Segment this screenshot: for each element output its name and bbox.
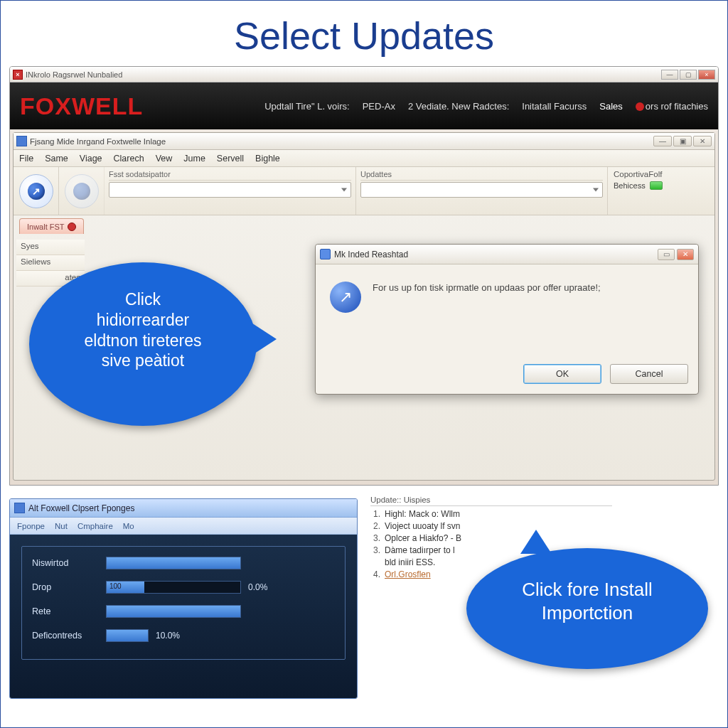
minimize-button[interactable]: — (661, 70, 678, 80)
cancel-button[interactable]: Cancel (610, 364, 688, 384)
callout-line: eldtnon tireteres (49, 331, 237, 351)
dialog-message: For us up fon tisk iprmatle on updaas po… (373, 282, 601, 294)
check-icon (68, 223, 76, 231)
callout-line: sive peàtiot (49, 350, 237, 371)
toolbar-dropdown-1[interactable] (109, 182, 351, 198)
progress-tab[interactable]: Mo (123, 522, 134, 530)
progress-titlebar: Alt Foxwell Clpsert Fponges (10, 499, 357, 518)
close-button[interactable]: ✕ (677, 249, 694, 260)
tab-item[interactable]: Inwalt FST (19, 218, 84, 234)
menu-item[interactable]: Vew (156, 154, 173, 164)
progress-tab[interactable]: Fponpe (17, 522, 45, 530)
progress-row: Rete (32, 605, 335, 618)
progress-row-label: Niswirtod (32, 558, 106, 568)
menu-item[interactable]: Jume (183, 154, 205, 164)
inner-window-titlebar: Fjsang Mide Inrgand Foxtwelle Inlage — ▣… (14, 133, 714, 150)
maximize-button[interactable]: ▢ (680, 70, 697, 80)
menu-file[interactable]: File (19, 154, 33, 164)
toolbar-column-2: Updattes (356, 167, 608, 215)
progress-window: Alt Foxwell Clpsert Fponges Fponpe Nut C… (9, 498, 358, 699)
tab-label: Inwalt FST (27, 223, 65, 231)
progress-bar: 100 (106, 581, 241, 594)
header-rof[interactable]: ors rof fitachies (636, 101, 708, 112)
dialog-icon (320, 249, 331, 259)
progress-panel: Niswirtod Drop 100 0.0% Rete Deficontred… (21, 546, 346, 660)
progress-pct: 10.0% (156, 631, 196, 641)
header-item[interactable]: 2 Vediate. New Radctes: (408, 101, 509, 112)
progress-value: 100 (109, 582, 122, 590)
dialog-titlebar: Mk Inded Reashtad ▭ ✕ (316, 245, 698, 264)
instruction-link[interactable]: Orl.Grosflen (385, 569, 431, 579)
progress-row-label: Rete (32, 606, 106, 616)
page-heading: Select Updates (1, 1, 727, 66)
menu-item[interactable]: Servell (217, 154, 244, 164)
sidebar-item-reviews[interactable]: Sieliews (16, 255, 85, 271)
brand-header: FOXWELL Updtall Tire" L. voirs: PED-Ax 2… (10, 82, 718, 129)
dialog-title: Mk Inded Reashtad (334, 250, 408, 259)
toolbar-col1-label: Fsst sodatsipattor (109, 170, 351, 181)
menu-item[interactable]: Bighle (255, 154, 280, 164)
dialog-window-buttons: ▭ ✕ (658, 249, 694, 260)
menubar: File Same Viage Clarech Vew Jume Servell… (14, 150, 714, 167)
minimize-button[interactable]: — (653, 136, 672, 146)
toolbar-dropdown-2[interactable] (360, 182, 603, 198)
toolbar: ↗ Fsst sodatsipattor Updattes CoportivaF… (14, 167, 714, 215)
brand-logo: FOXWELL (20, 92, 143, 120)
progress-body: Niswirtod Drop 100 0.0% Rete Deficontred… (10, 535, 357, 698)
maximize-button[interactable]: ▣ (673, 136, 692, 146)
toolbar-status-text: Behicess (614, 181, 646, 190)
toolbar-col2-label: Updattes (360, 170, 603, 181)
outer-window-titlebar: × INkrolo Ragsrwel Nunbalied — ▢ × (10, 67, 718, 82)
menu-item[interactable]: Same (45, 154, 68, 164)
progress-pct: 0.0% (248, 582, 288, 592)
update-dialog: Mk Inded Reashtad ▭ ✕ ↗ For us up fon ti… (315, 244, 699, 395)
callout-line: Click (49, 289, 237, 310)
sidebar-item-sys[interactable]: Syes (16, 240, 85, 255)
close-button[interactable]: × (698, 70, 715, 80)
progress-bar (106, 605, 241, 618)
outer-window-buttons: — ▢ × (661, 70, 715, 80)
ok-button[interactable]: OK (523, 364, 601, 384)
red-dot-icon (636, 102, 644, 111)
instructions-heading: Update:: Uispies (370, 496, 612, 506)
progress-bar (106, 629, 149, 642)
close-button[interactable]: ✕ (693, 136, 712, 146)
minimize-button[interactable]: ▭ (658, 249, 675, 260)
header-links: Updtall Tire" L. voirs: PED-Ax 2 Vediate… (264, 101, 708, 112)
callout-line: Importction (486, 601, 688, 625)
progress-title: Alt Foxwell Clpsert Fponges (28, 503, 134, 513)
instruction-item: 3.Oplcer a Hiakfo? - B (373, 533, 612, 543)
toolbar-status-column: CoportivaFolf Behicess (608, 167, 714, 215)
toolbar-column-1: Fsst sodatsipattor (105, 167, 356, 215)
instruction-item: 2.Vioject uuoaty lf svn (373, 521, 612, 531)
toolbar-refresh-button[interactable] (59, 167, 105, 215)
progress-row: Drop 100 0.0% (32, 581, 335, 594)
header-item[interactable]: PED-Ax (363, 101, 395, 112)
menu-item[interactable]: Clarech (114, 154, 144, 164)
header-item[interactable]: Initatall Facurss (522, 101, 587, 112)
inner-app-icon (16, 136, 27, 146)
app-icon: × (13, 70, 23, 80)
tab-bar: Inwalt FST (14, 215, 714, 234)
header-sales[interactable]: Sales (599, 101, 623, 112)
progress-row: Deficontreds 10.0% (32, 629, 335, 642)
dialog-button-row: OK Cancel (316, 357, 698, 394)
status-led-icon (650, 181, 663, 190)
toolbar-status-row: Behicess (614, 181, 709, 190)
dialog-body: ↗ For us up fon tisk iprmatle on updaas … (316, 264, 698, 357)
toolbar-status-label: CoportivaFolf (614, 170, 709, 178)
main-area: × INkrolo Ragsrwel Nunbalied — ▢ × FOXWE… (9, 66, 719, 493)
progress-tab[interactable]: Cmphaire (77, 522, 113, 530)
progress-row: Niswirtod (32, 557, 335, 569)
callout-bubble-1: Click hidiorrearder eldtnon tireteres si… (29, 262, 257, 426)
progress-tab[interactable]: Nut (55, 522, 68, 530)
progress-bar (106, 557, 241, 569)
header-item[interactable]: Updtall Tire" L. voirs: (264, 101, 350, 112)
inner-window-buttons: — ▣ ✕ (653, 136, 712, 146)
toolbar-home-button[interactable]: ↗ (14, 167, 59, 215)
info-icon: ↗ (330, 282, 361, 313)
inner-window-title: Fjsang Mide Inrgand Foxtwelle Inlage (30, 137, 166, 146)
callout-bubble-2: Click fore Install Importction (466, 548, 708, 669)
callout-line: Click fore Install (486, 578, 688, 601)
menu-item[interactable]: Viage (80, 154, 102, 164)
